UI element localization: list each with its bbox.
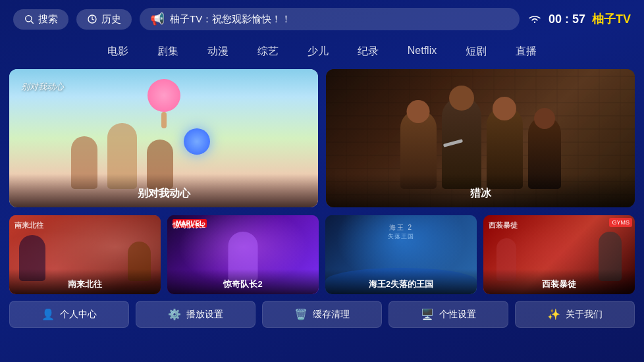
svg-line-1 <box>31 21 34 24</box>
nav-item-variety[interactable]: 综艺 <box>243 41 293 63</box>
featured-card-1-overlay: 别对我动心 <box>21 81 64 93</box>
content-area: 别对我动心 别对我动心 <box>0 69 644 294</box>
secondary-card-2[interactable]: MARVEL 惊奇队长2 惊奇队长2 <box>167 215 319 294</box>
about-us-button[interactable]: ✨ 关于我们 <box>515 301 635 328</box>
cache-clear-label: 缓存清理 <box>313 309 350 321</box>
personal-center-button[interactable]: 👤 个人中心 <box>9 301 129 328</box>
svg-point-0 <box>26 16 32 22</box>
secondary-card-3-subtitle: 海王 2 <box>388 223 414 232</box>
sparkle-icon: ✨ <box>547 308 560 321</box>
personal-center-label: 个人中心 <box>60 309 97 321</box>
nav-item-kids[interactable]: 少儿 <box>293 41 343 63</box>
history-label: 历史 <box>101 13 121 26</box>
nav-item-movie[interactable]: 电影 <box>93 41 143 63</box>
time-display: 00 : 57 <box>549 13 585 26</box>
nav-bar: 电影 剧集 动漫 综艺 少儿 纪录 Netflix 短剧 直播 <box>0 38 644 69</box>
personalize-settings-label: 个性设置 <box>439 309 476 321</box>
status-area: 00 : 57 柚子TV <box>527 11 631 27</box>
nav-item-short[interactable]: 短剧 <box>451 41 501 63</box>
featured-card-1-title: 别对我动心 <box>9 174 318 207</box>
display-icon: 🖥️ <box>421 308 434 321</box>
featured-card-1[interactable]: 别对我动心 别对我动心 <box>9 69 318 207</box>
nav-item-netflix[interactable]: Netflix <box>393 41 451 63</box>
playback-settings-label: 播放设置 <box>186 309 223 321</box>
cache-clear-button[interactable]: 🗑️ 缓存清理 <box>262 301 382 328</box>
secondary-card-3-sublabel: 失落王国 <box>388 232 414 241</box>
app-name: 柚子TV <box>592 11 631 27</box>
secondary-card-1-tl-label: 南来北往 <box>14 220 43 230</box>
top-bar: 搜索 历史 📢 柚子TV：祝您观影愉快！！ 00 : 57 柚子TV <box>0 0 644 38</box>
announcement-bar: 📢 柚子TV：祝您观影愉快！！ <box>140 8 520 30</box>
secondary-card-3[interactable]: 海王 2 失落王国 海王2失落的王国 <box>325 215 477 294</box>
announcement-icon: 📢 <box>150 12 165 26</box>
secondary-card-2-title: 惊奇队长2 <box>167 269 319 294</box>
history-button[interactable]: 历史 <box>76 9 132 30</box>
trash-icon: 🗑️ <box>294 308 308 321</box>
secondary-card-4[interactable]: GYMS 西装暴徒 西装暴徒 <box>483 215 635 294</box>
featured-card-2-title: 猎冰 <box>326 174 635 207</box>
secondary-card-4-title: 西装暴徒 <box>483 269 635 294</box>
nav-item-series[interactable]: 剧集 <box>143 41 193 63</box>
nav-item-live[interactable]: 直播 <box>501 41 551 63</box>
search-label: 搜索 <box>38 13 58 26</box>
secondary-card-1[interactable]: 南来北往 南来北往 <box>9 215 161 294</box>
nav-item-documentary[interactable]: 纪录 <box>343 41 393 63</box>
secondary-row: 南来北往 南来北往 MARVEL 惊奇队长2 惊奇队长2 海王 2 失落王国 <box>9 215 635 294</box>
announcement-text: 柚子TV：祝您观影愉快！！ <box>170 13 291 26</box>
gear-icon: ⚙️ <box>168 308 181 321</box>
secondary-card-4-tl-label: 西装暴徒 <box>489 220 518 230</box>
search-button[interactable]: 搜索 <box>13 9 68 30</box>
about-us-label: 关于我们 <box>566 309 603 321</box>
featured-row: 别对我动心 别对我动心 <box>9 69 635 207</box>
secondary-card-1-title: 南来北往 <box>9 269 161 294</box>
bottom-bar: 👤 个人中心 ⚙️ 播放设置 🗑️ 缓存清理 🖥️ 个性设置 ✨ 关于我们 <box>0 294 644 328</box>
featured-card-2[interactable]: 猎冰 <box>326 69 635 207</box>
person-icon: 👤 <box>41 308 55 321</box>
search-icon <box>24 14 34 24</box>
nav-item-anime[interactable]: 动漫 <box>193 41 243 63</box>
personalize-settings-button[interactable]: 🖥️ 个性设置 <box>389 301 508 328</box>
secondary-card-4-corner: GYMS <box>609 218 632 227</box>
history-icon <box>87 14 97 24</box>
secondary-card-3-title: 海王2失落的王国 <box>325 269 477 294</box>
wifi-icon <box>527 14 542 24</box>
playback-settings-button[interactable]: ⚙️ 播放设置 <box>136 301 255 328</box>
secondary-card-2-tl-label: 惊奇队长2 <box>173 220 205 230</box>
